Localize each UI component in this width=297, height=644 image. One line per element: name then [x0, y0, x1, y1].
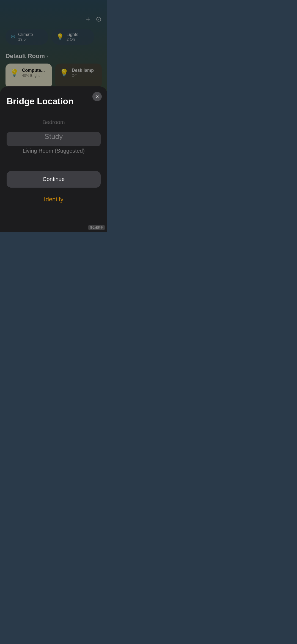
modal-overlay: ✕ Bridge Location Bedroom Study Living R… [0, 0, 107, 232]
location-picker[interactable]: Bedroom Study Living Room (Suggested) Di… [7, 115, 101, 163]
picker-item-study[interactable]: Study [7, 130, 101, 144]
watermark: 什么值得买 [88, 225, 105, 230]
picker-items-list: Bedroom Study Living Room (Suggested) Di… [7, 115, 101, 163]
picker-item-livingroom[interactable]: Living Room (Suggested) [7, 144, 101, 158]
picker-item-diningroom[interactable]: Dining Room (Suggested) [7, 158, 101, 163]
modal-title: Bridge Location [7, 96, 101, 106]
picker-item-bedroom[interactable]: Bedroom [7, 115, 101, 130]
close-icon: ✕ [95, 94, 99, 99]
continue-button[interactable]: Continue [7, 171, 101, 188]
bridge-location-modal: ✕ Bridge Location Bedroom Study Living R… [0, 86, 107, 232]
identify-button[interactable]: Identify [7, 193, 101, 206]
modal-close-button[interactable]: ✕ [92, 92, 102, 101]
